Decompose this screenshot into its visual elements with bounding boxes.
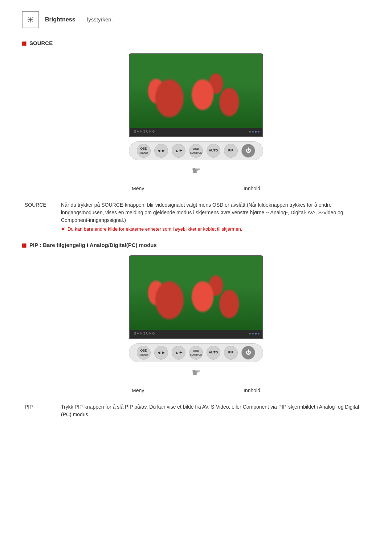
monitor-dots-1 <box>249 131 260 133</box>
osd-source-button-1[interactable]: OSD SOURCE <box>189 144 203 158</box>
dot2 <box>252 131 254 133</box>
source-control-bar: OSD MENU ◄► ▲✦ OSD SOURCE AUTO PIP ⏻ <box>129 141 263 160</box>
source-monitor-image: SAMSUNG <box>129 53 263 137</box>
source-text: Når du trykker på SOURCE-knappen, blir v… <box>58 200 370 234</box>
adj2-button-2[interactable]: ▲✦ <box>172 346 185 360</box>
pip-section: ▩ PIP : Bare tilgjengelig i Analog/Digit… <box>22 241 370 420</box>
dot1 <box>249 131 251 133</box>
source-monitor-screen <box>130 54 262 128</box>
dot4 <box>258 131 260 133</box>
pip-monitor-bottom: SAMSUNG <box>130 330 263 339</box>
dot6 <box>252 333 254 335</box>
source-note: ✕ Du kan bare endre kilde for eksterne e… <box>61 226 367 233</box>
auto-button-2[interactable]: AUTO <box>207 346 220 360</box>
menu-button-2[interactable]: OSD MENU <box>137 346 151 360</box>
pip-section-icon: ▩ <box>22 242 26 249</box>
pip-innhold-label: Innhold <box>244 387 260 394</box>
source-menu-label: Meny <box>132 185 144 193</box>
dot7 <box>255 333 257 335</box>
brightness-desc: lysstyrken. <box>87 16 113 24</box>
source-monitor-bottom: SAMSUNG <box>130 128 263 137</box>
adj-button-2[interactable]: ◄► <box>154 346 168 360</box>
monitor-dots-2 <box>249 333 260 335</box>
brightness-label: Brightness <box>45 15 81 24</box>
power-button-1[interactable]: ⏻ <box>241 144 255 158</box>
osd-source-button-2[interactable]: OSD SOURCE <box>189 346 203 360</box>
pip-monitor-image: SAMSUNG <box>129 255 263 339</box>
brightness-icon: ☀ <box>22 11 39 28</box>
brightness-row: ☀ Brightness lysstyrken. <box>22 7 370 28</box>
samsung-logo-2: SAMSUNG <box>134 331 156 336</box>
menu-button-1[interactable]: OSD MENU <box>137 144 151 158</box>
dot3 <box>255 131 257 133</box>
pip-description-block: PIP Trykk PIP-knappen for å slå PIP på/a… <box>22 402 370 420</box>
adj2-button-1[interactable]: ▲✦ <box>172 144 185 158</box>
pip-button-1[interactable]: PIP <box>224 144 238 158</box>
source-innhold-label: Innhold <box>244 185 260 193</box>
source-menu-innhold-row: Meny Innhold <box>129 183 263 194</box>
dot5 <box>249 333 251 335</box>
pip-control-bar: OSD MENU ◄► ▲✦ OSD SOURCE AUTO PIP <box>129 343 263 362</box>
tulip-image-2 <box>130 256 262 330</box>
pip-menu-innhold-row: Meny Innhold <box>129 385 263 396</box>
source-section-header: ▩ SOURCE <box>22 39 370 48</box>
source-label: SOURCE <box>22 200 58 234</box>
samsung-logo-1: SAMSUNG <box>134 129 156 134</box>
pip-menu-label: Meny <box>132 387 144 394</box>
source-description-block: SOURCE Når du trykker på SOURCE-knappen,… <box>22 200 370 234</box>
pip-monitor-screen <box>130 256 262 330</box>
adj-button-1[interactable]: ◄► <box>154 144 168 158</box>
pip-section-header: ▩ PIP : Bare tilgjengelig i Analog/Digit… <box>22 241 370 250</box>
pip-label: PIP <box>22 402 58 420</box>
hand-pointer-icon-1: ☛ <box>129 163 263 178</box>
source-monitor-block: SAMSUNG OSD MENU ◄► ▲✦ OSD SOURCE <box>22 53 370 194</box>
power-button-2[interactable]: ⏻ <box>241 346 255 360</box>
tulip-image <box>130 54 262 128</box>
hand-pointer-icon-2: ☛ <box>129 365 263 380</box>
source-section-icon: ▩ <box>22 40 26 47</box>
dot8 <box>258 333 260 335</box>
pip-text: Trykk PIP-knappen for å slå PIP på/av. D… <box>58 402 370 420</box>
source-section-title: SOURCE <box>29 39 53 48</box>
pip-section-title: PIP : Bare tilgjengelig i Analog/Digital… <box>29 241 157 250</box>
pip-button-2[interactable]: PIP <box>224 346 238 360</box>
pip-monitor-block: SAMSUNG OSD MENU ◄► ▲✦ <box>22 255 370 396</box>
auto-button-1[interactable]: AUTO <box>207 144 220 158</box>
